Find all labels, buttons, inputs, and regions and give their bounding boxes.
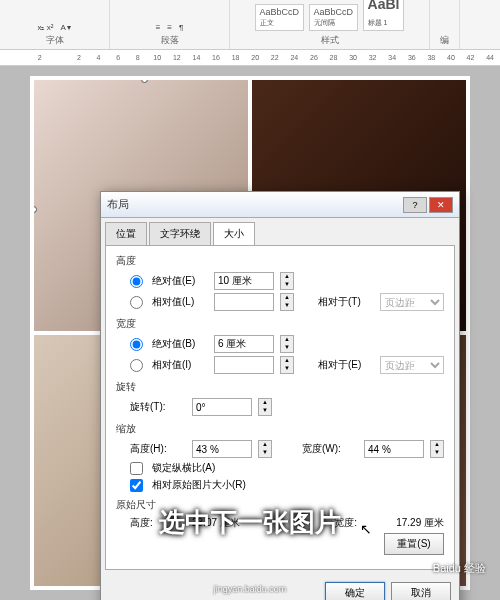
width-rel-input [214,356,274,374]
width-abs-input[interactable] [214,335,274,353]
dialog-tabs: 位置 文字环绕 大小 [101,218,459,245]
group-height: 高度 绝对值(E) ▲▼ 相对值(L) ▲▼ 相对于(T) 页边距 [116,254,444,311]
rotate-input[interactable] [192,398,252,416]
height-rel-input [214,293,274,311]
width-relto-select: 页边距 [380,356,444,374]
watermark-logo: Baidu 经验 [433,561,486,576]
ruler: 2246810121416182022242628303234363840424… [0,50,500,66]
width-abs-radio[interactable] [130,338,143,351]
ribbon-style-label: 样式 [321,34,339,47]
scale-w-input[interactable] [364,440,424,458]
width-rel-radio[interactable] [130,359,143,372]
tab-size[interactable]: 大小 [213,222,255,245]
group-rotate: 旋转 旋转(T): ▲▼ [116,380,444,416]
style-normal[interactable]: AaBbCcD正文 [255,4,305,31]
rel-orig-checkbox[interactable] [130,479,143,492]
height-abs-input[interactable] [214,272,274,290]
group-width: 宽度 绝对值(B) ▲▼ 相对值(I) ▲▼ 相对于(E) 页边距 [116,317,444,374]
font-color-btn[interactable]: A ▾ [60,23,71,32]
style-nospace[interactable]: AaBbCcD无间隔 [309,4,359,31]
lock-ratio-checkbox[interactable] [130,462,143,475]
height-rel-radio[interactable] [130,296,143,309]
tab-textwrap[interactable]: 文字环绕 [149,222,211,245]
width-abs-spinner[interactable]: ▲▼ [280,335,294,353]
height-relto-select: 页边距 [380,293,444,311]
height-abs-radio[interactable] [130,275,143,288]
video-caption: 选中下一张图片 [0,505,500,540]
subscript-btn[interactable]: x₂ x² [37,23,53,32]
style-heading1[interactable]: AaBl标题 1 [363,0,405,31]
document-area: 布局 ? ✕ 位置 文字环绕 大小 高度 绝对值(E) ▲▼ 相对值(L) ▲▼… [0,66,500,600]
tab-position[interactable]: 位置 [105,222,147,245]
help-button[interactable]: ? [403,197,427,213]
height-abs-spinner[interactable]: ▲▼ [280,272,294,290]
watermark-url: jingyan.baidu.com [0,584,500,594]
rotate-spinner[interactable]: ▲▼ [258,398,272,416]
group-scale: 缩放 高度(H): ▲▼ 宽度(W): ▲▼ 锁定纵横比(A) 相对原始图片大小… [116,422,444,492]
ribbon-font-label: 字体 [46,34,64,47]
close-button[interactable]: ✕ [429,197,453,213]
dialog-title: 布局 [107,197,401,212]
ribbon-para-label: 段落 [161,34,179,47]
ribbon-edit-label: 编 [440,34,449,47]
scale-h-input[interactable] [192,440,252,458]
ribbon: x₂ x²A ▾ 字体 ≡≡¶ 段落 AaBbCcD正文 AaBbCcD无间隔 … [0,0,500,50]
dialog-titlebar[interactable]: 布局 ? ✕ [101,192,459,218]
